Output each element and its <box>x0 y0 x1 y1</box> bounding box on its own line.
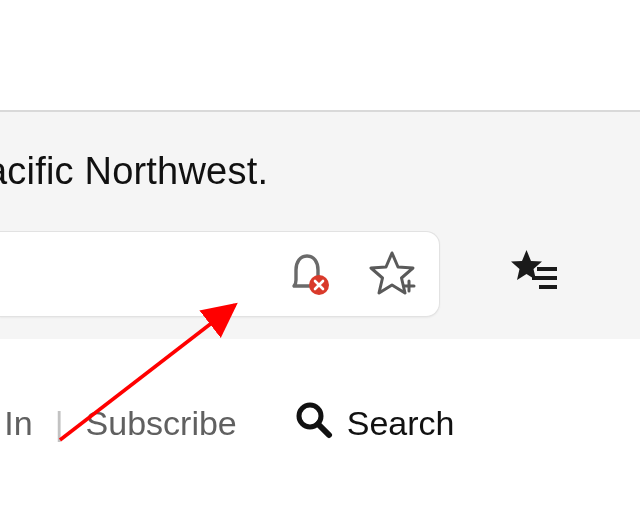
site-nav-region: g In | Subscribe Search <box>0 339 640 447</box>
browser-chrome-region: acific Northwest. <box>0 110 640 339</box>
divider: | <box>55 404 64 443</box>
svg-line-5 <box>318 424 329 435</box>
star-list-icon[interactable] <box>509 247 559 301</box>
bell-icon[interactable] <box>285 250 333 298</box>
subscribe-link[interactable]: Subscribe <box>86 404 237 443</box>
top-whitespace <box>0 0 640 110</box>
search-button[interactable]: Search <box>293 399 455 447</box>
star-add-icon[interactable] <box>367 249 417 299</box>
login-link-fragment[interactable]: g In <box>0 404 33 443</box>
address-bar[interactable] <box>0 231 440 317</box>
search-icon <box>293 399 333 447</box>
search-label: Search <box>347 404 455 443</box>
page-headline-fragment: acific Northwest. <box>0 112 640 231</box>
address-bar-row <box>0 231 640 339</box>
